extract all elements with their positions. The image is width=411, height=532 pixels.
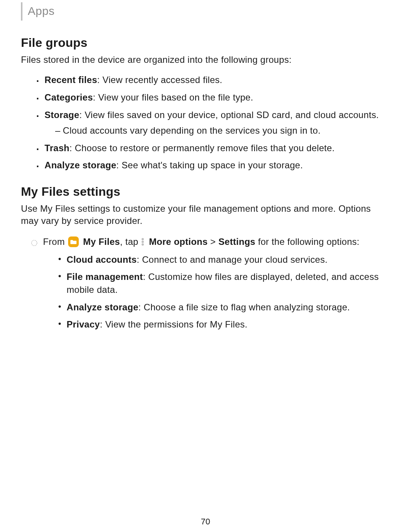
item-desc: : View your files based on the file type… <box>93 92 253 102</box>
page-number: 70 <box>0 517 411 527</box>
list-item: Storage: View files saved on your device… <box>36 109 390 137</box>
step-mid: , tap <box>120 236 141 247</box>
settings-options-list: Cloud accounts: Connect to and manage yo… <box>58 253 390 331</box>
item-desc: : Connect to and manage your cloud servi… <box>137 254 327 265</box>
step-settings-label: Settings <box>218 236 255 247</box>
item-term: Storage <box>45 110 79 120</box>
item-desc: : See what's taking up space in your sto… <box>116 160 303 170</box>
list-item: Cloud accounts: Connect to and manage yo… <box>58 253 390 266</box>
sub-list: Cloud accounts vary depending on the ser… <box>55 124 390 137</box>
step-pre: From <box>43 236 67 247</box>
list-item: Trash: Choose to restore or permanently … <box>36 142 390 155</box>
list-item: Categories: View your files based on the… <box>36 91 390 104</box>
item-desc: : View recently accessed files. <box>97 75 222 85</box>
step-line: From My Files, tap More options > Settin… <box>31 235 390 331</box>
svg-point-0 <box>32 240 37 246</box>
step-circle-icon <box>31 236 38 243</box>
list-item: Analyze storage: Choose a file size to f… <box>58 301 390 314</box>
step-sep: > <box>208 236 218 247</box>
header-rule <box>21 2 22 21</box>
step-app-name: My Files <box>83 236 120 247</box>
content: File groups Files stored in the device a… <box>21 36 390 331</box>
sub-list-item: Cloud accounts vary depending on the ser… <box>55 124 390 137</box>
section-intro-file-groups: Files stored in the device are organized… <box>21 54 390 66</box>
step-post: for the following options: <box>255 236 360 247</box>
item-term: Privacy <box>67 319 100 329</box>
item-term: Cloud accounts <box>67 254 137 265</box>
section-title-my-files-settings: My Files settings <box>21 185 390 199</box>
item-term: Analyze storage <box>67 302 139 312</box>
item-term: Recent files <box>45 75 97 85</box>
more-options-icon <box>142 238 145 246</box>
page-header: Apps <box>21 2 390 21</box>
item-term: Categories <box>45 92 93 102</box>
step-more-label: More options <box>149 236 207 247</box>
item-desc: : Choose to restore or permanently remov… <box>70 143 335 153</box>
item-desc: : Choose a file size to flag when analyz… <box>139 302 350 312</box>
section-title-file-groups: File groups <box>21 36 390 50</box>
section-intro-my-files-settings: Use My Files settings to customize your … <box>21 203 390 227</box>
page: Apps File groups Files stored in the dev… <box>0 2 411 532</box>
list-item: Recent files: View recently accessed fil… <box>36 73 390 86</box>
breadcrumb: Apps <box>28 5 54 18</box>
list-item: Privacy: View the permissions for My Fil… <box>58 318 390 331</box>
list-item: File management: Customize how files are… <box>58 270 390 296</box>
item-term: File management <box>67 272 143 282</box>
step-wrap: From My Files, tap More options > Settin… <box>31 235 390 331</box>
item-term: Trash <box>45 143 70 153</box>
item-desc: : View files saved on your device, optio… <box>79 110 379 120</box>
item-desc: : View the permissions for My Files. <box>100 319 248 329</box>
file-groups-list: Recent files: View recently accessed fil… <box>36 73 390 172</box>
my-files-app-icon <box>68 236 79 247</box>
list-item: Analyze storage: See what's taking up sp… <box>36 159 390 172</box>
item-term: Analyze storage <box>45 160 116 170</box>
